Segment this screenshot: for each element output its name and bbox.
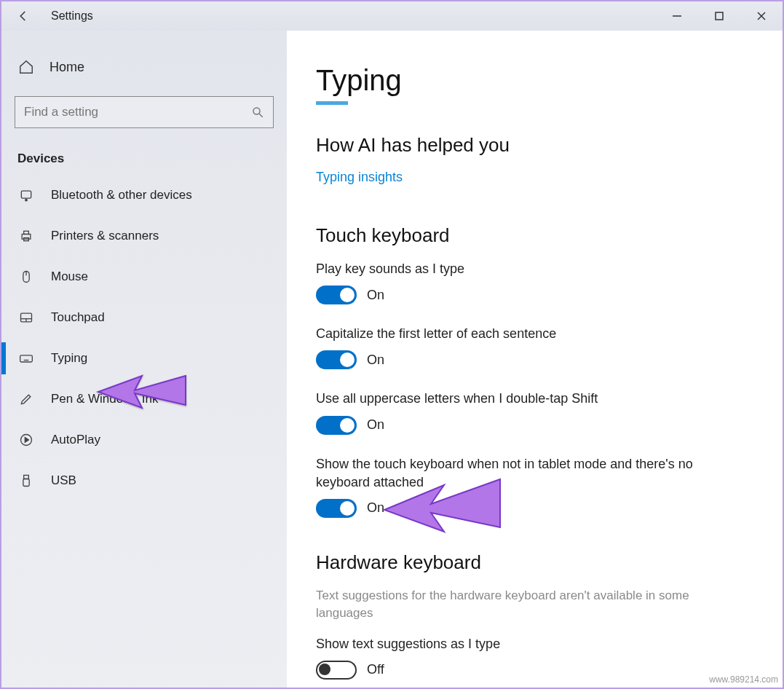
svg-rect-16: [20, 355, 33, 362]
sidebar-item-bluetooth[interactable]: Bluetooth & other devices: [1, 175, 287, 216]
home-icon: [17, 58, 35, 76]
titlebar: Settings: [1, 1, 783, 31]
page-title: Typing: [316, 64, 756, 97]
nav-label: Bluetooth & other devices: [51, 188, 192, 202]
touchpad-icon: [17, 309, 35, 326]
keyboard-icon: [17, 350, 35, 367]
svg-point-7: [25, 199, 28, 201]
autoplay-icon: [17, 431, 35, 449]
toggle-play-key-sounds[interactable]: [316, 286, 357, 304]
minimize-button[interactable]: [656, 1, 698, 31]
setting-show-touch-keyboard: Show the touch keyboard when not in tabl…: [316, 455, 756, 518]
toggle-state: On: [367, 353, 384, 368]
toggle-uppercase-shift[interactable]: [316, 416, 357, 435]
setting-hw-text-suggestions: Show text suggestions as I type Off: [316, 635, 756, 680]
setting-label: Show text suggestions as I type: [316, 635, 724, 653]
window-body: Home Devices Bluetooth & other devices P…: [1, 31, 783, 688]
sidebar-item-printers[interactable]: Printers & scanners: [1, 216, 287, 256]
sidebar-item-touchpad[interactable]: Touchpad: [1, 297, 287, 338]
nav-label: Typing: [51, 351, 87, 366]
nav-label: Touchpad: [51, 310, 105, 325]
svg-point-4: [253, 108, 260, 114]
back-button[interactable]: [9, 1, 38, 31]
sidebar: Home Devices Bluetooth & other devices P…: [1, 31, 287, 688]
svg-rect-23: [24, 476, 29, 479]
title-underline: [316, 101, 348, 105]
setting-label: Play key sounds as I type: [316, 260, 724, 278]
svg-rect-1: [716, 12, 723, 20]
hardware-keyboard-note: Text suggestions for the hardware keyboa…: [316, 587, 724, 622]
sidebar-item-typing[interactable]: Typing: [1, 338, 287, 379]
typing-insights-link[interactable]: Typing insights: [316, 170, 403, 185]
nav-label: USB: [51, 473, 76, 488]
sidebar-item-usb[interactable]: USB: [1, 460, 287, 501]
toggle-capitalize-first[interactable]: [316, 350, 357, 369]
close-button[interactable]: [740, 1, 783, 31]
toggle-state: On: [367, 288, 384, 303]
search-input[interactable]: [24, 105, 251, 119]
svg-rect-9: [24, 231, 29, 234]
sidebar-item-autoplay[interactable]: AutoPlay: [1, 420, 287, 460]
printer-icon: [17, 227, 35, 245]
nav-label: Pen & Windows Ink: [51, 392, 158, 406]
caption-buttons: [656, 1, 783, 31]
svg-rect-24: [23, 479, 29, 487]
watermark: www.989214.com: [709, 674, 778, 685]
setting-play-key-sounds: Play key sounds as I type On: [316, 260, 756, 304]
minimize-icon: [672, 11, 682, 21]
maximize-button[interactable]: [698, 1, 740, 31]
sidebar-item-mouse[interactable]: Mouse: [1, 256, 287, 297]
nav-label: AutoPlay: [51, 433, 100, 447]
nav-label: Printers & scanners: [51, 229, 159, 243]
setting-uppercase-shift: Use all uppercase letters when I double-…: [316, 390, 756, 434]
mouse-icon: [17, 268, 35, 286]
setting-label: Show the touch keyboard when not in tabl…: [316, 455, 724, 492]
toggle-state: On: [367, 500, 384, 516]
settings-window: Settings Home: [0, 0, 784, 689]
toggle-state: Off: [367, 662, 384, 677]
svg-rect-6: [21, 191, 31, 198]
toggle-show-touch-keyboard[interactable]: [316, 499, 357, 518]
setting-label: Use all uppercase letters when I double-…: [316, 390, 724, 408]
window-title: Settings: [51, 9, 93, 23]
sidebar-item-pen[interactable]: Pen & Windows Ink: [1, 379, 287, 420]
touch-keyboard-heading: Touch keyboard: [316, 224, 756, 247]
bluetooth-icon: [17, 186, 35, 204]
sidebar-section-label: Devices: [1, 147, 287, 175]
search-box[interactable]: [15, 96, 274, 128]
svg-line-5: [259, 114, 263, 117]
search-icon: [251, 106, 264, 119]
arrow-left-icon: [17, 9, 30, 23]
toggle-hw-text-suggestions[interactable]: [316, 661, 357, 680]
pen-icon: [17, 390, 35, 408]
nav-label: Mouse: [51, 269, 88, 284]
main-content: Typing How AI has helped you Typing insi…: [287, 31, 783, 688]
setting-label: Capitalize the first letter of each sent…: [316, 325, 724, 343]
sidebar-home[interactable]: Home: [1, 51, 287, 83]
hardware-keyboard-heading: Hardware keyboard: [316, 551, 756, 574]
usb-icon: [17, 472, 35, 489]
setting-capitalize-first: Capitalize the first letter of each sent…: [316, 325, 756, 369]
sidebar-home-label: Home: [50, 60, 84, 75]
maximize-icon: [714, 11, 724, 21]
section-ai-heading: How AI has helped you: [316, 134, 756, 157]
close-icon: [756, 11, 767, 21]
toggle-state: On: [367, 417, 384, 433]
